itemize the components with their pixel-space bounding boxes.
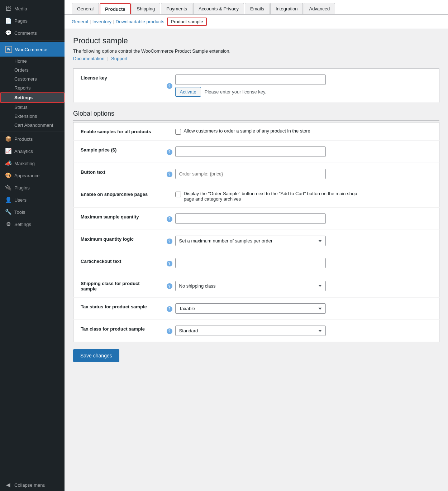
sample-price-help-icon[interactable]: ?	[167, 149, 172, 155]
license-hint: Please enter your license key.	[205, 89, 266, 95]
sidebar-item-collapse[interactable]: ◀ Collapse menu	[0, 479, 65, 491]
enable-on-shop-field: ? Display the "Order Sample" button next…	[159, 185, 439, 208]
sidebar-sub-reports[interactable]: Reports	[0, 83, 65, 92]
cart-checkout-text-help-icon[interactable]: ?	[167, 261, 172, 266]
sidebar-item-tools[interactable]: 🔧 Tools	[0, 206, 65, 218]
button-text-field: ?	[159, 163, 439, 185]
users-icon: 👤	[5, 197, 11, 203]
sample-price-wrapper: ?	[167, 146, 432, 157]
max-sample-qty-field: ?	[159, 208, 439, 230]
analytics-icon: 📈	[5, 148, 11, 154]
sample-price-row: Sample price ($) ?	[73, 141, 439, 163]
tab-integration[interactable]: Integration	[270, 3, 303, 14]
appearance-icon: 🎨	[5, 172, 11, 179]
tools-icon: 🔧	[5, 209, 11, 215]
max-sample-qty-help-icon[interactable]: ?	[167, 216, 172, 222]
enable-on-shop-checkbox[interactable]	[175, 192, 181, 197]
shipping-class-help-icon[interactable]: ?	[167, 283, 172, 289]
tax-status-help-icon[interactable]: ?	[167, 306, 172, 312]
sidebar-sub-status[interactable]: Status	[0, 103, 65, 112]
sub-tab-product-sample[interactable]: Product sample	[167, 18, 206, 26]
cart-checkout-text-row: Cart/checkout text ? Sample –	[73, 252, 439, 274]
cart-checkout-text-label: Cart/checkout text	[73, 252, 159, 274]
enable-samples-label: Enable samples for all products	[73, 122, 159, 141]
sidebar-sub-settings[interactable]: Settings	[0, 92, 65, 103]
license-field-cell: ? Activate Please enter your license key…	[159, 69, 439, 103]
sidebar-sub-home[interactable]: Home	[0, 57, 65, 66]
pages-icon: 📄	[5, 18, 11, 24]
license-key-input[interactable]	[175, 74, 326, 85]
sidebar-sub-cart-abandonment[interactable]: Cart Abandonment	[0, 121, 65, 130]
tab-accounts-privacy[interactable]: Accounts & Privacy	[193, 3, 244, 14]
sample-price-label: Sample price ($)	[73, 141, 159, 163]
sidebar-item-users[interactable]: 👤 Users	[0, 194, 65, 206]
tax-class-row: Tax class for product sample ? Standard …	[73, 320, 439, 342]
support-link[interactable]: Support	[111, 56, 128, 61]
sidebar-sub-customers[interactable]: Customers	[0, 74, 65, 83]
tax-status-select[interactable]: Taxable Shipping only None	[175, 303, 326, 314]
sidebar-item-pages[interactable]: 📄 Pages	[0, 15, 65, 27]
license-help-icon[interactable]: ?	[167, 83, 172, 89]
tab-shipping[interactable]: Shipping	[132, 3, 161, 14]
enable-on-shop-checkbox-label: Display the "Order Sample" button next t…	[184, 191, 363, 202]
form-table-license: License key ? Activate Please enter your…	[73, 68, 439, 103]
max-qty-logic-help-icon[interactable]: ?	[167, 239, 172, 244]
button-text-row: Button text ?	[73, 163, 439, 185]
enable-on-shop-checkbox-row: Display the "Order Sample" button next t…	[175, 191, 363, 202]
sidebar-item-woocommerce[interactable]: W WooCommerce	[0, 42, 65, 57]
sidebar-item-analytics[interactable]: 📈 Analytics	[0, 145, 65, 157]
max-sample-qty-wrapper: ?	[167, 213, 432, 224]
sidebar-item-appearance[interactable]: 🎨 Appearance	[0, 169, 65, 182]
button-text-wrapper: ?	[167, 169, 432, 179]
tax-class-select[interactable]: Standard Reduced rate Zero rate	[175, 326, 326, 336]
sample-price-input[interactable]	[175, 146, 326, 157]
sub-tab-sep-1: |	[90, 19, 91, 24]
cart-checkout-text-input[interactable]: Sample –	[175, 258, 326, 268]
sidebar-item-comments[interactable]: 💬 Comments	[0, 27, 65, 39]
enable-on-shop-wrapper: ? Display the "Order Sample" button next…	[167, 191, 432, 202]
media-icon: 🖼	[5, 6, 11, 12]
max-qty-logic-label: Maximum quantity logic	[73, 230, 159, 252]
global-options-title: Global options	[73, 110, 439, 121]
tab-advanced[interactable]: Advanced	[304, 3, 335, 14]
marketing-icon: 📣	[5, 160, 11, 167]
sidebar-item-settings-wp[interactable]: ⚙ Settings	[0, 218, 65, 230]
sidebar-sub-orders[interactable]: Orders	[0, 66, 65, 74]
sidebar-item-marketing[interactable]: 📣 Marketing	[0, 157, 65, 169]
sidebar-item-products[interactable]: 📦 Products	[0, 133, 65, 145]
sidebar-item-plugins[interactable]: 🔌 Plugins	[0, 182, 65, 194]
tab-bar: General Products Shipping Payments Accou…	[65, 0, 448, 15]
max-sample-qty-input[interactable]	[175, 213, 326, 224]
sub-tab-inventory[interactable]: Inventory	[92, 19, 111, 24]
tax-class-help-icon[interactable]: ?	[167, 328, 172, 334]
sub-tab-sep-2: |	[113, 19, 114, 24]
documentation-link[interactable]: Documentation	[73, 56, 104, 61]
max-qty-logic-row: Maximum quantity logic ? Set a maximum n…	[73, 230, 439, 252]
tab-general[interactable]: General	[72, 3, 99, 14]
max-qty-logic-select[interactable]: Set a maximum number of samples per orde…	[175, 236, 326, 246]
sidebar-sub-extensions[interactable]: Extensions	[0, 112, 65, 121]
page-title: Product sample	[73, 36, 439, 45]
comments-icon: 💬	[5, 30, 11, 36]
shipping-class-select[interactable]: No shipping class	[175, 281, 326, 291]
license-field-group: Activate Please enter your license key.	[175, 74, 326, 97]
tab-products[interactable]: Products	[100, 3, 130, 14]
save-changes-button[interactable]: Save changes	[73, 349, 119, 362]
tax-status-field: ? Taxable Shipping only None	[159, 298, 439, 320]
tab-payments[interactable]: Payments	[161, 3, 192, 14]
sub-tab-general[interactable]: General	[72, 19, 88, 24]
sidebar-item-media[interactable]: 🖼 Media	[0, 3, 65, 15]
activate-button[interactable]: Activate	[175, 87, 201, 97]
cart-checkout-text-field: ? Sample –	[159, 252, 439, 274]
tax-class-label: Tax class for product sample	[73, 320, 159, 342]
sample-price-field: ?	[159, 141, 439, 163]
main-content: General Products Shipping Payments Accou…	[65, 0, 448, 491]
sub-tab-downloadable[interactable]: Downloadable products	[116, 19, 165, 24]
cart-checkout-text-wrapper: ? Sample –	[167, 258, 432, 268]
doc-sep: |	[107, 56, 110, 61]
enable-samples-checkbox[interactable]	[175, 129, 181, 135]
button-text-help-icon[interactable]: ?	[167, 172, 172, 177]
license-action-row: Activate Please enter your license key.	[175, 87, 326, 97]
tab-emails[interactable]: Emails	[245, 3, 270, 14]
button-text-input[interactable]	[175, 169, 326, 179]
